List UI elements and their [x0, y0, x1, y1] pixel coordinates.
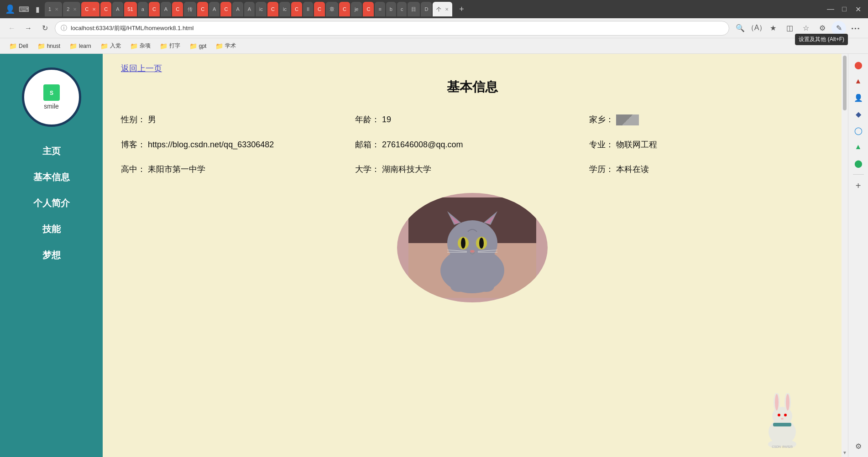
tab-mu[interactable]: 目: [408, 2, 420, 16]
tab-a3[interactable]: A: [161, 2, 171, 16]
forward-button[interactable]: →: [22, 22, 35, 35]
reader-icon[interactable]: （A）: [749, 21, 764, 36]
tab-c4[interactable]: C: [172, 2, 183, 16]
avatar-inner: S smile: [43, 84, 60, 110]
tab-2[interactable]: 2✕: [63, 2, 80, 16]
bookmark-dazi[interactable]: 📁 打字: [156, 41, 184, 51]
tab-c5[interactable]: C: [197, 2, 208, 16]
address-bar[interactable]: ⓘ localhost:63343/前端/HTML/homework8.1.ht…: [55, 21, 729, 36]
svg-point-28: [784, 414, 787, 416]
tab-a4[interactable]: A: [209, 2, 220, 16]
tab-a1[interactable]: A: [112, 2, 123, 16]
folder-icon: 📁: [130, 42, 138, 50]
ext-btn-6[interactable]: ▲: [851, 140, 866, 154]
favorites-bar-icon[interactable]: ☆: [799, 21, 813, 36]
tab-b[interactable]: b: [386, 2, 396, 16]
bookmark-gpt[interactable]: 📁 gpt: [186, 42, 210, 51]
tab-ic1[interactable]: ic: [256, 2, 267, 16]
tab-d[interactable]: D: [421, 2, 432, 16]
svg-point-19: [450, 281, 467, 292]
major-label: 专业：: [589, 140, 614, 149]
nav-home[interactable]: 主页: [42, 145, 61, 157]
tab-c12[interactable]: c: [397, 2, 407, 16]
tab-equiv[interactable]: ≡: [375, 2, 385, 16]
collections-icon[interactable]: ⚙: [815, 21, 830, 36]
tab-a6[interactable]: A: [244, 2, 255, 16]
nav-skills[interactable]: 技能: [42, 223, 61, 235]
bookmark-dell[interactable]: 📁 Dell: [5, 42, 32, 51]
ext-btn-1[interactable]: ⬤: [851, 57, 866, 72]
scroll-thumb[interactable]: [843, 56, 847, 110]
nav-dreams[interactable]: 梦想: [42, 249, 61, 261]
new-tab-button[interactable]: +: [455, 3, 468, 16]
search-icon[interactable]: 🔍: [733, 21, 748, 36]
folder-icon: 📁: [215, 42, 223, 50]
university-item: 大学： 湖南科技大学: [355, 164, 589, 175]
ext-btn-3[interactable]: 👤: [851, 90, 866, 105]
scrollbar[interactable]: ▼: [842, 54, 848, 457]
split-screen-icon[interactable]: ◫: [782, 21, 797, 36]
nav-actions: 🔍 （A） ★ ◫ ☆ ⚙ ✎ ⋯: [733, 21, 863, 36]
email-label: 邮箱：: [355, 140, 380, 149]
minimize-button[interactable]: —: [824, 3, 837, 16]
tab-ii[interactable]: II: [303, 2, 313, 16]
tab-c7[interactable]: C: [267, 2, 278, 16]
back-link[interactable]: 返回上一页: [121, 63, 162, 74]
tab-c8[interactable]: C: [291, 2, 302, 16]
svg-point-14: [470, 250, 475, 253]
svg-point-12: [461, 238, 465, 249]
tab-chuan[interactable]: 传: [184, 2, 196, 16]
maximize-button[interactable]: □: [838, 3, 851, 16]
sidebar-icon[interactable]: ▮: [31, 3, 44, 16]
tab-a2[interactable]: a: [138, 2, 148, 16]
user-icon[interactable]: 👤: [4, 3, 16, 16]
svg-point-5: [447, 220, 497, 266]
favorites-icon[interactable]: ★: [766, 21, 780, 36]
hometown-image: [616, 114, 639, 125]
tab-bar: 👤 ⌨ ▮ 1✕ 2✕ C✕ C A 51 a C A C 传 C A C A …: [0, 0, 868, 18]
tab-c1[interactable]: C✕: [81, 2, 99, 16]
collections-icon[interactable]: ⌨: [17, 3, 30, 16]
right-sidebar: ⬤ ▲ 👤 ◆ ◯ ▲ ⬤ + ⚙: [848, 54, 868, 457]
tab-a5[interactable]: A: [232, 2, 243, 16]
major-value: 物联网工程: [616, 140, 657, 149]
back-button[interactable]: ←: [5, 22, 18, 35]
tab-je[interactable]: je: [351, 2, 362, 16]
tab-c10[interactable]: C: [339, 2, 350, 16]
bookmark-label: 杂项: [140, 42, 151, 50]
bookmark-rudang[interactable]: 📁 入党: [97, 41, 125, 51]
settings-icon[interactable]: ⚙: [851, 439, 866, 453]
tab-zhang[interactable]: 章: [326, 2, 338, 16]
university-value: 湖南科技大学: [382, 165, 431, 174]
bookmark-label: Dell: [19, 43, 28, 49]
nav-basic-info[interactable]: 基本信息: [33, 171, 70, 183]
tab-c6[interactable]: C: [220, 2, 231, 16]
svg-point-29: [781, 418, 784, 420]
tab-ic2[interactable]: ic: [279, 2, 290, 16]
extensions-icon[interactable]: ✎: [831, 21, 846, 36]
nav-bio[interactable]: 个人简介: [33, 197, 70, 209]
ext-btn-5[interactable]: ◯: [851, 123, 866, 138]
tab-c11[interactable]: C: [363, 2, 374, 16]
tab-51[interactable]: 51: [124, 2, 137, 16]
close-button[interactable]: ✕: [852, 3, 864, 16]
tab-1[interactable]: 1✕: [45, 2, 62, 16]
nav-bar: ← → ↻ ⓘ localhost:63343/前端/HTML/homework…: [0, 18, 868, 38]
ext-btn-2[interactable]: ▲: [851, 74, 866, 88]
ext-btn-4[interactable]: ◆: [851, 107, 866, 121]
tab-c2[interactable]: C: [100, 2, 111, 16]
svg-point-26: [786, 394, 790, 410]
folder-icon: 📁: [100, 42, 108, 50]
university-label: 大学：: [355, 165, 380, 174]
tab-active[interactable]: 个✕: [433, 2, 452, 16]
bookmark-xueshu[interactable]: 📁 学术: [212, 41, 240, 51]
refresh-button[interactable]: ↻: [38, 22, 51, 35]
add-sidebar-btn[interactable]: +: [851, 178, 866, 193]
ext-btn-7[interactable]: ⬤: [851, 156, 866, 171]
more-button[interactable]: ⋯: [848, 21, 863, 36]
bookmark-hnust[interactable]: 📁 hnust: [34, 42, 64, 51]
tab-c9[interactable]: C: [314, 2, 325, 16]
bookmark-learn[interactable]: 📁 learn: [66, 42, 95, 51]
tab-c3[interactable]: C: [149, 2, 160, 16]
bookmark-zaxiang[interactable]: 📁 杂项: [126, 41, 154, 51]
